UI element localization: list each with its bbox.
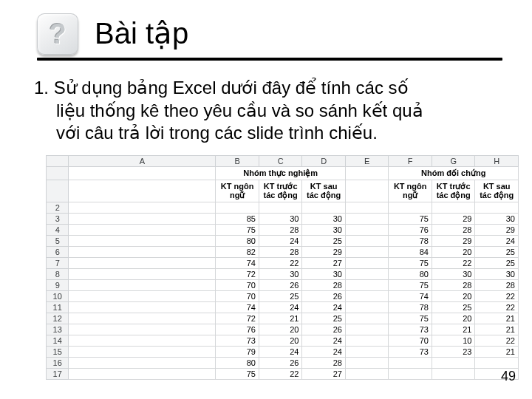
cell: 27	[302, 258, 346, 269]
cell-A	[69, 324, 216, 335]
cell	[345, 291, 389, 302]
row-num: 13	[47, 324, 69, 335]
row-num-1	[47, 167, 69, 180]
cell: 75	[389, 214, 432, 225]
table-row: 14732024701022	[47, 335, 519, 347]
table-row: 16802628	[47, 358, 519, 369]
cell-A	[69, 302, 216, 313]
cell: 73	[389, 324, 432, 335]
cell	[216, 202, 259, 214]
row-num: 14	[47, 335, 69, 347]
cell-A	[69, 269, 216, 280]
cell-A	[69, 202, 216, 214]
sub-header-6: KT sau tác động	[475, 180, 519, 202]
cell: 30	[259, 269, 302, 280]
table-row: 7742227752225	[47, 258, 519, 269]
table-row: 2	[47, 202, 519, 214]
cell-A	[69, 291, 216, 302]
cell: 20	[432, 247, 475, 258]
cell	[389, 202, 432, 214]
cell: 24	[259, 302, 302, 313]
cell: 30	[259, 214, 302, 225]
cell-A	[69, 358, 216, 369]
table-row: 10702526742022	[47, 291, 519, 302]
cell: 24	[302, 347, 346, 358]
col-D: D	[302, 156, 346, 167]
cell: 24	[259, 236, 302, 247]
cell	[345, 280, 389, 291]
slide-header: ? Bài tập	[37, 13, 502, 55]
body-line-2: liệu thống kê theo yêu cầu và so sánh kế…	[34, 100, 498, 123]
cell: 80	[216, 358, 259, 369]
cell: 25	[302, 236, 346, 247]
cell: 23	[432, 347, 475, 358]
cell: 84	[389, 247, 432, 258]
cell: 10	[432, 335, 475, 347]
cell	[475, 358, 519, 369]
cell: 73	[216, 335, 259, 347]
cell: 75	[389, 280, 432, 291]
cell: 29	[432, 214, 475, 225]
cell: 26	[302, 291, 346, 302]
cell-A	[69, 280, 216, 291]
cell: 22	[432, 258, 475, 269]
body-line-1: 1. Sử dụng bảng Excel dưới đây để tính c…	[34, 77, 498, 100]
question-icon: ?	[37, 13, 78, 55]
table-row: 9702628752828	[47, 280, 519, 291]
cell	[432, 358, 475, 369]
table-row: 12722125752021	[47, 313, 519, 324]
cell: 82	[216, 247, 259, 258]
cell: 28	[475, 280, 519, 291]
cell: 24	[302, 302, 346, 313]
cell	[432, 202, 475, 214]
cell: 70	[216, 291, 259, 302]
cell: 22	[259, 258, 302, 269]
cell	[345, 236, 389, 247]
sub-header-5: KT trước tác động	[432, 180, 475, 202]
cell: 75	[389, 258, 432, 269]
column-letter-row: A B C D E F G H	[47, 156, 519, 167]
sub-header-2: KT sau tác động	[302, 180, 346, 202]
cell: 28	[302, 358, 346, 369]
cell	[345, 358, 389, 369]
cell: 28	[432, 225, 475, 236]
cell-A	[69, 369, 216, 380]
cell: 27	[302, 369, 346, 380]
excel-grid: A B C D E F G H Nhóm thực nghiệm Nhóm đố…	[46, 155, 519, 380]
cell-A	[69, 214, 216, 225]
cell: 22	[475, 291, 519, 302]
cell: 74	[216, 258, 259, 269]
corner-cell	[47, 156, 69, 167]
table-row: 11742424782522	[47, 302, 519, 313]
cell: 75	[389, 313, 432, 324]
cell: 76	[216, 324, 259, 335]
cell: 85	[216, 214, 259, 225]
cell-A	[69, 335, 216, 347]
cell	[345, 225, 389, 236]
row-num	[47, 180, 69, 202]
title-underline	[37, 58, 502, 61]
cell: 21	[432, 324, 475, 335]
group-experiment: Nhóm thực nghiệm	[216, 167, 346, 180]
cell: 70	[389, 335, 432, 347]
col-G: G	[432, 156, 475, 167]
row-num: 4	[47, 225, 69, 236]
cell	[345, 313, 389, 324]
sub-header-row: KT ngôn ngữKT trước tác độngKT sau tác đ…	[47, 180, 519, 202]
cell	[432, 369, 475, 380]
cell	[345, 302, 389, 313]
cell: 25	[475, 247, 519, 258]
cell: 29	[432, 236, 475, 247]
cell: 30	[302, 269, 346, 280]
cell-E1	[345, 167, 389, 180]
cell: 79	[216, 347, 259, 358]
sub-header-1: KT trước tác động	[259, 180, 302, 202]
cell: 30	[302, 225, 346, 236]
body-text: 1. Sử dụng bảng Excel dưới đây để tính c…	[34, 77, 498, 145]
row-num: 8	[47, 269, 69, 280]
cell-A	[69, 313, 216, 324]
cell: 70	[216, 280, 259, 291]
cell-A	[69, 247, 216, 258]
cell: 21	[475, 313, 519, 324]
excel-screenshot: A B C D E F G H Nhóm thực nghiệm Nhóm đố…	[46, 155, 519, 380]
